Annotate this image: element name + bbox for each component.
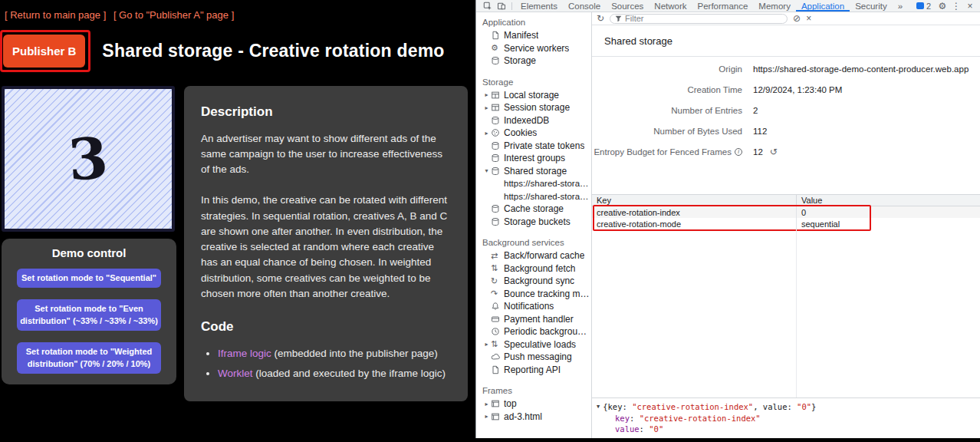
sidebar-item-frame-ad3[interactable]: ▸ad-3.html: [476, 411, 591, 424]
cloud-icon: [491, 352, 504, 361]
info-icon[interactable]: i: [735, 148, 742, 156]
message-count: 2: [926, 2, 931, 11]
settings-gear-icon[interactable]: ⚙: [936, 0, 949, 12]
sidebar-item-storage[interactable]: Storage: [476, 54, 591, 68]
tab-console[interactable]: Console: [563, 0, 606, 12]
block-icon[interactable]: ⊘: [793, 14, 801, 23]
clear-icon[interactable]: ×: [806, 14, 811, 23]
expander-icon: ▸: [482, 413, 491, 420]
sidebar-item-payment-handler[interactable]: Payment handler: [476, 313, 591, 326]
tab-performance[interactable]: Performance: [692, 0, 754, 12]
column-header-key[interactable]: Key: [592, 195, 796, 206]
left-column: 3 Demo control Set rotation mode to "Seq…: [2, 86, 176, 401]
iframe-logic-link[interactable]: Iframe logic: [218, 348, 271, 359]
return-main-page-link[interactable]: [ Return to main page ]: [5, 9, 106, 21]
database-icon: [491, 217, 504, 226]
table-icon: [491, 103, 504, 112]
sidebar-item-service-workers[interactable]: ⚙Service workers: [476, 42, 591, 55]
publisher-page: [ Return to main page ] [ Go to "Publish…: [0, 0, 475, 442]
list-item: Worklet (loaded and executed by the ifra…: [218, 366, 451, 381]
sidebar-item-periodic-background-sync[interactable]: Periodic background s…: [476, 325, 591, 338]
preview-property: value: "0": [597, 424, 975, 434]
database-icon: [491, 56, 504, 65]
expand-arrow-icon[interactable]: ▼: [597, 404, 600, 411]
meta-label: Number of Entries: [592, 106, 742, 115]
tab-application[interactable]: Application: [796, 0, 850, 12]
tab-elements[interactable]: Elements: [515, 0, 563, 12]
console-messages-indicator[interactable]: 2: [916, 2, 931, 11]
tab-sources[interactable]: Sources: [606, 0, 649, 12]
set-even-distribution-button[interactable]: Set rotation mode to "Even distribution"…: [17, 299, 161, 331]
description-paragraph: An advertiser may want to show different…: [201, 131, 451, 178]
set-sequential-button[interactable]: Set rotation mode to "Sequential": [17, 269, 161, 288]
sidebar-item-private-state-tokens[interactable]: Private state tokens: [476, 140, 591, 153]
sidebar-item-manifest[interactable]: Manifest: [476, 29, 591, 42]
table-row[interactable]: creative-rotation-mode sequential: [592, 218, 980, 229]
database-icon: [491, 153, 504, 163]
tab-security[interactable]: Security: [850, 0, 893, 12]
entry-key: creative-rotation-index: [592, 206, 796, 218]
sidebar-item-background-fetch[interactable]: ⇅Background fetch: [476, 262, 591, 275]
bounce-arrow-icon: ↷: [491, 289, 504, 298]
sidebar-item-speculative-loads[interactable]: ▸⇅Speculative loads: [476, 338, 591, 351]
pane-toolbar: ↻ ⊘ ×: [592, 12, 980, 25]
sidebar-item-push-messaging[interactable]: Push messaging: [476, 351, 591, 364]
set-weighted-distribution-button[interactable]: Set rotation mode to "Weighted distribut…: [17, 342, 161, 374]
page-header: Publisher B Shared storage - Creative ro…: [3, 35, 475, 68]
description-panel: Description An advertiser may want to sh…: [184, 86, 468, 401]
expander-icon: ▸: [482, 91, 491, 98]
inspect-element-icon[interactable]: [481, 0, 495, 12]
table-row[interactable]: creative-rotation-index 0: [592, 206, 980, 218]
entry-preview-pane: ▼ {key: "creative-rotation-index", value…: [592, 397, 980, 442]
sync-arrow-icon: ↻: [491, 277, 504, 285]
reset-budget-icon[interactable]: ↺: [770, 147, 778, 157]
tab-network[interactable]: Network: [649, 0, 692, 12]
sidebar-section-frames: Frames: [476, 384, 591, 397]
sidebar-item-local-storage[interactable]: ▸Local storage: [476, 89, 591, 102]
demo-control-panel: Demo control Set rotation mode to "Seque…: [2, 239, 176, 384]
page-title: Shared storage - Creative rotation demo: [102, 41, 444, 61]
sidebar-item-notifications[interactable]: Notifications: [476, 300, 591, 313]
kebab-menu-icon[interactable]: ⋮: [949, 0, 963, 12]
code-list: Iframe logic (embedded into the publishe…: [218, 346, 451, 382]
sidebar-item-shared-storage[interactable]: ▾Shared storage: [476, 165, 591, 178]
column-header-value[interactable]: Value: [796, 195, 980, 206]
database-icon: [491, 204, 504, 213]
top-nav: [ Return to main page ] [ Go to "Publish…: [0, 0, 475, 21]
expander-icon: ▸: [482, 401, 491, 407]
device-toolbar-icon[interactable]: [495, 0, 508, 12]
more-tabs-chevron-icon[interactable]: »: [893, 0, 908, 12]
sidebar-item-background-sync[interactable]: ↻Background sync: [476, 275, 591, 288]
entry-key: creative-rotation-mode: [592, 218, 796, 229]
sidebar-item-storage-buckets[interactable]: Storage buckets: [476, 216, 591, 229]
page-content: 3 Demo control Set rotation mode to "Seq…: [0, 86, 475, 401]
sidebar-item-reporting-api[interactable]: Reporting API: [476, 364, 591, 377]
table-icon: [491, 91, 504, 100]
publisher-a-page-link[interactable]: [ Go to "Publisher A" page ]: [113, 9, 234, 21]
meta-value: 12↺: [753, 147, 778, 157]
close-devtools-icon[interactable]: ×: [963, 0, 977, 12]
filter-input[interactable]: [625, 14, 782, 23]
meta-label: Entropy Budget for Fenced Framesi: [592, 147, 742, 157]
ad-creative-frame[interactable]: 3: [2, 86, 175, 232]
sidebar-item-cache-storage[interactable]: Cache storage: [476, 203, 591, 216]
sidebar-item-bounce-tracking[interactable]: ↷Bounce tracking mitiga…: [476, 288, 591, 301]
preview-property: key: "creative-rotation-index": [597, 413, 975, 424]
worklet-link[interactable]: Worklet: [218, 368, 253, 379]
clock-icon: [491, 327, 504, 336]
sidebar-item-cookies[interactable]: ▸Cookies: [476, 127, 591, 140]
list-item: Iframe logic (embedded into the publishe…: [218, 346, 451, 361]
sidebar-item-back-forward-cache[interactable]: ⇄Back/forward cache: [476, 249, 591, 262]
sidebar-item-shared-storage-origin-2[interactable]: https://shared-storage-d…: [476, 190, 591, 203]
tab-memory[interactable]: Memory: [753, 0, 796, 12]
sidebar-item-frame-top[interactable]: ▸top: [476, 397, 591, 411]
refresh-icon[interactable]: ↻: [597, 14, 604, 23]
filter-box[interactable]: [610, 14, 788, 24]
list-item-text: (embedded into the publisher page): [271, 348, 438, 359]
sidebar-item-shared-storage-origin-1[interactable]: https://shared-storage-d…: [476, 177, 591, 190]
storage-entries-grid: Key Value creative-rotation-index 0 crea…: [592, 194, 980, 397]
sidebar-item-indexeddb[interactable]: IndexedDB: [476, 114, 591, 127]
sidebar-item-session-storage[interactable]: ▸Session storage: [476, 101, 591, 114]
sidebar-item-interest-groups[interactable]: Interest groups: [476, 152, 591, 165]
meta-value: 12/9/2024, 1:23:40 PM: [753, 85, 842, 94]
